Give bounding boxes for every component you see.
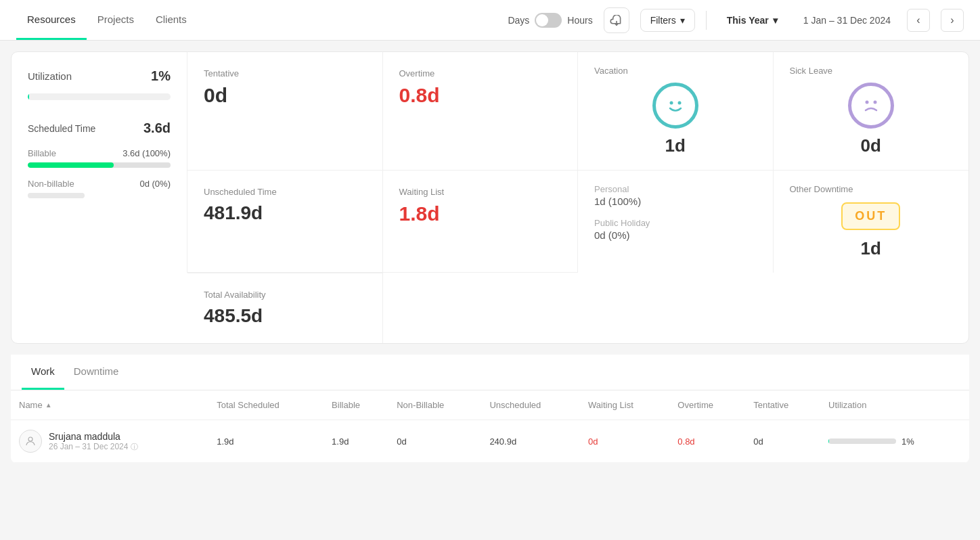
cell-utilization: 1% — [820, 420, 969, 463]
unscheduled-card: Unscheduled Time 481.9d — [187, 171, 383, 273]
utilization-mini-bar — [828, 438, 896, 444]
person-name[interactable]: Srujana maddula — [49, 431, 138, 442]
tentative-label: Tentative — [204, 68, 366, 78]
nav-divider — [706, 11, 707, 30]
tab-downtime[interactable]: Downtime — [64, 355, 129, 390]
avatar — [19, 430, 42, 453]
scheduled-time-value: 3.6d — [143, 120, 171, 136]
svg-point-2 — [677, 102, 681, 105]
public-holiday-label: Public Holiday — [594, 218, 757, 228]
vacation-smiley — [652, 83, 698, 129]
top-nav: Resources Projects Clients Days Hours Fi… — [0, 0, 980, 41]
prev-period-button[interactable]: ‹ — [907, 9, 930, 32]
personal-value: 1d (100%) — [594, 196, 757, 207]
nonbillable-value: 0d (0%) — [139, 179, 171, 189]
sick-leave-card: Sick Leave 0d — [774, 52, 969, 171]
waiting-list-value: 1.8d — [399, 202, 562, 225]
sick-leave-value: 0d — [861, 135, 881, 156]
cell-nonbillable: 0d — [388, 420, 481, 463]
date-range: 1 Jan – 31 Dec 2024 — [798, 15, 896, 26]
scheduled-time-label: Scheduled Time — [28, 123, 95, 134]
period-chevron-icon: ▾ — [773, 15, 778, 26]
utilization-card: Utilization 1% Scheduled Time 3.6d Billa… — [12, 52, 187, 273]
col-waiting-list-header: Waiting List — [580, 390, 669, 420]
personal-card: Personal 1d (100%) Public Holiday 0d (0%… — [578, 171, 774, 273]
col-utilization-header: Utilization — [820, 390, 969, 420]
utilization-progress-fill — [28, 93, 29, 100]
utilization-value: 1% — [151, 68, 171, 84]
col-billable-header: Billable — [324, 390, 388, 420]
col-name-header[interactable]: Name — [19, 400, 43, 410]
nonbillable-bar — [28, 193, 85, 198]
personal-label: Personal — [594, 184, 757, 194]
unscheduled-value: 481.9d — [204, 202, 366, 224]
tentative-value: 0d — [204, 84, 366, 107]
sick-leave-sad-face — [848, 83, 894, 129]
waiting-list-label: Waiting List — [399, 187, 562, 197]
vacation-label: Vacation — [594, 66, 628, 76]
col-total-scheduled-header: Total Scheduled — [208, 390, 324, 420]
stats-grid: Utilization 1% Scheduled Time 3.6d Billa… — [11, 51, 969, 344]
tab-work[interactable]: Work — [22, 355, 64, 390]
utilization-pct-label: 1% — [901, 436, 914, 447]
person-info: Srujana maddula 26 Jan – 31 Dec 2024 ⓘ — [49, 431, 138, 452]
col-tentative-header: Tentative — [745, 390, 820, 420]
billable-label: Billable — [28, 148, 56, 158]
tab-resources[interactable]: Resources — [16, 0, 87, 40]
person-cell: Srujana maddula 26 Jan – 31 Dec 2024 ⓘ — [19, 430, 200, 453]
waiting-list-card: Waiting List 1.8d — [383, 171, 579, 273]
overtime-value: 0.8d — [399, 84, 562, 107]
overtime-card: Overtime 0.8d — [383, 52, 579, 171]
svg-point-1 — [669, 102, 673, 105]
col-unscheduled-header: Unscheduled — [481, 390, 580, 420]
nonbillable-label: Non-billable — [28, 179, 74, 189]
tentative-card: Tentative 0d — [187, 52, 383, 171]
other-downtime-card: Other Downtime OUT 1d — [774, 171, 969, 273]
name-sort-icon[interactable]: ▲ — [45, 401, 52, 409]
days-hours-toggle[interactable] — [535, 13, 562, 28]
total-availability-card: Total Availability 485.5d — [187, 273, 383, 343]
work-tabs-bar: Work Downtime — [11, 355, 969, 390]
nav-tabs: Resources Projects Clients — [16, 0, 198, 40]
days-label: Days — [508, 15, 529, 26]
svg-point-4 — [873, 101, 876, 104]
utilization-label: Utilization — [28, 70, 72, 82]
out-sign: OUT — [841, 202, 900, 230]
total-availability-value: 485.5d — [204, 305, 366, 327]
cell-waiting-list: 0d — [580, 420, 669, 463]
person-date-range: 26 Jan – 31 Dec 2024 ⓘ — [49, 442, 138, 452]
vacation-value: 1d — [665, 135, 686, 156]
billable-bar — [28, 162, 171, 168]
next-period-button[interactable]: › — [941, 9, 964, 32]
days-hours-toggle-group: Days Hours — [508, 13, 592, 28]
cell-total-scheduled: 1.9d — [208, 420, 324, 463]
hours-label: Hours — [567, 15, 592, 26]
filters-button[interactable]: Filters ▾ — [640, 9, 695, 32]
sick-leave-label: Sick Leave — [790, 66, 833, 76]
overtime-label: Overtime — [399, 68, 562, 78]
period-label: This Year — [727, 15, 769, 26]
resources-table-container: Name ▲ Total Scheduled Billable Non-Bill… — [11, 390, 969, 463]
cell-tentative: 0d — [745, 420, 820, 463]
vacation-card: Vacation 1d — [578, 52, 774, 171]
cloud-download-button[interactable] — [604, 7, 629, 33]
tab-projects[interactable]: Projects — [87, 0, 145, 40]
cell-overtime: 0.8d — [669, 420, 745, 463]
tab-clients[interactable]: Clients — [145, 0, 198, 40]
filters-label: Filters — [650, 15, 676, 26]
cell-billable: 1.9d — [324, 420, 388, 463]
resources-table: Name ▲ Total Scheduled Billable Non-Bill… — [11, 390, 969, 463]
utilization-mini-fill — [828, 438, 829, 444]
svg-point-3 — [865, 101, 868, 104]
col-nonbillable-header: Non-Billable — [388, 390, 481, 420]
table-row: Srujana maddula 26 Jan – 31 Dec 2024 ⓘ 1… — [11, 420, 969, 463]
billable-bar-fill — [28, 162, 114, 168]
cell-unscheduled: 240.9d — [481, 420, 580, 463]
info-icon[interactable]: ⓘ — [131, 442, 138, 452]
unscheduled-label: Unscheduled Time — [204, 187, 366, 197]
billable-value: 3.6d (100%) — [122, 148, 171, 158]
filters-chevron-icon: ▾ — [680, 15, 685, 26]
period-button[interactable]: This Year ▾ — [717, 9, 787, 31]
nav-controls: Days Hours Filters ▾ This Year ▾ 1 Jan –… — [508, 7, 964, 33]
other-downtime-label: Other Downtime — [790, 184, 853, 194]
